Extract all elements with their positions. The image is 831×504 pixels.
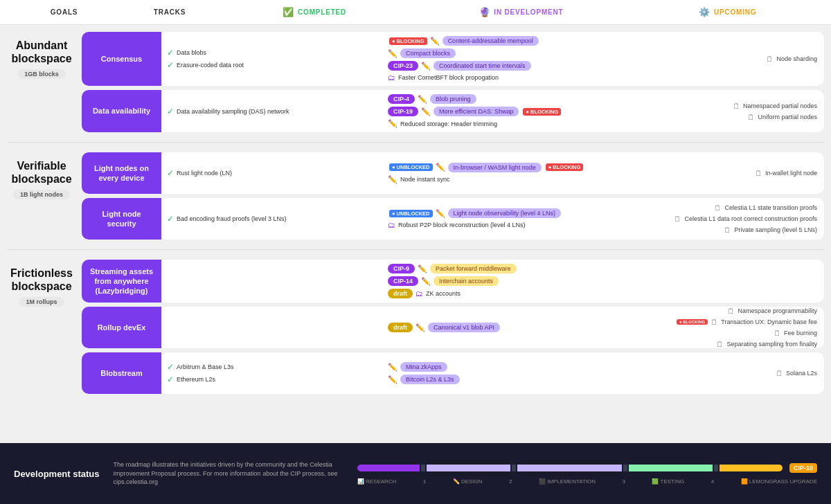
upcoming-item: 🗒 Fee burning <box>774 329 817 337</box>
blocking-badge: ● BLOCKING <box>677 319 708 325</box>
cip-pill: CIP-23 <box>388 61 418 71</box>
bs-upcoming: 🗒 Solana L2s <box>603 352 824 394</box>
track-da-label: Data availability <box>82 90 161 132</box>
rd-completed <box>161 307 382 348</box>
item-row: CIP-4 ✏️ Blob pruning <box>388 94 598 104</box>
file-icon: 🗒 <box>674 215 681 223</box>
item-row: ✓ Rust light node (LN) <box>167 168 377 178</box>
goal-abundant: Abundantblockspace 1GB blocks Consensus … <box>7 32 824 132</box>
pencil-icon: ✏️ <box>416 323 425 332</box>
bs-indev: ✏️ Mina zkApps ✏️ Bitcoin L2s & L3s <box>382 352 603 394</box>
check-icon: ✓ <box>167 214 174 224</box>
track-rd-label: Rollup devEx <box>82 307 161 348</box>
ln-completed: ✓ Rust light node (LN) <box>161 152 382 194</box>
file-icon: 🗒 <box>724 226 731 234</box>
lb-upcoming <box>603 260 824 303</box>
pencil-icon: ✏️ <box>436 163 445 172</box>
check-icon: ✓ <box>167 107 174 116</box>
prog-design <box>427 465 510 471</box>
consensus-indev: ● BLOCKING ✏️ Content-addressable mempoo… <box>382 32 603 86</box>
item-row: ✏️ Mina zkApps <box>388 362 598 372</box>
pencil-icon: ✏️ <box>388 375 397 384</box>
cip-pill: CIP-4 <box>388 94 415 104</box>
cip-pill: CIP-9 <box>388 264 415 273</box>
goal-verifiable-title: Verifiableblockspace <box>11 159 71 186</box>
main-content: Abundantblockspace 1GB blocks Consensus … <box>0 25 831 443</box>
header-completed: ✅ COMPLETED <box>211 7 418 17</box>
da-upcoming: 🗒 Namespaced partial nodes 🗒 Uniform par… <box>603 90 824 132</box>
check-icon: ✓ <box>167 48 174 57</box>
header-tracks: TRACKS <box>128 7 211 17</box>
stage-label-impl: ⬛ IMPLEMENTATION <box>539 478 596 485</box>
abundant-tracks: Consensus ✓ Data blobs ✓ Erasure-coded d… <box>82 32 824 132</box>
prog-impl <box>517 465 622 471</box>
track-ln-security: Light node security ✓ Bad encoding fraud… <box>82 198 824 240</box>
stage-label-design: ✏️ DESIGN <box>453 478 483 485</box>
rd-indev: draft ✏️ Canonical v1 blob API <box>382 307 603 348</box>
pencil-icon: ✏️ <box>421 277 431 286</box>
blocking-badge: ● BLOCKING <box>389 37 427 45</box>
check-icon: ✓ <box>167 168 174 178</box>
item-row: CIP-19 ✏️ More efficient DAS: Shwap ● BL… <box>388 107 598 116</box>
item-row: 🗂 Faster CometBFT block propogation <box>388 73 598 82</box>
pencil-icon: ✏️ <box>418 95 427 104</box>
in-dev-icon: 🔮 <box>479 7 491 17</box>
item-row: ✏️ Compact blocks <box>388 48 598 58</box>
upcoming-item: 🗒 Celestia L1 state transition proofs <box>714 204 817 212</box>
pencil-icon: ✏️ <box>388 175 397 184</box>
consensus-upcoming: 🗒 Node sharding <box>603 32 824 86</box>
file-icon: 🗒 <box>755 169 762 177</box>
separator <box>7 249 824 250</box>
header-upcoming: ⚙️ UPCOMING <box>625 7 831 17</box>
upcoming-item: 🗒 Node sharding <box>766 55 817 63</box>
goal-frictionless: Frictionlessblockspace 1M rollups Stream… <box>7 260 824 394</box>
stage-num-4: 4 <box>711 478 714 485</box>
progress-track <box>357 465 783 471</box>
item-row: 🗂 Robust P2P block reconstruction (level… <box>388 221 598 229</box>
stage-label-lemongrass: 🟧 LEMONGRASS UPGRADE <box>741 478 817 485</box>
item-row: CIP-14 ✏️ Interchain accounts <box>388 276 598 286</box>
item-row: draft ✏️ Canonical v1 blob API <box>388 323 598 332</box>
goal-verifiable: Verifiableblockspace 1B light nodes Ligh… <box>7 152 824 240</box>
da-completed: ✓ Data availability sampling (DAS) netwo… <box>161 90 382 132</box>
blocking-badge: ● BLOCKING <box>523 108 561 116</box>
draft-pill: draft <box>388 323 413 332</box>
upcoming-item: 🗒 Uniform partial nodes <box>747 113 817 121</box>
rd-upcoming: 🗒 Namespace programmability ● BLOCKING 🗒… <box>603 307 824 348</box>
file-icon: 🗒 <box>733 102 740 110</box>
track-blobstream: Blobstream ✓ Arbitrum & Base L3s ✓ Ether… <box>82 352 824 394</box>
check-icon: ✓ <box>167 362 174 372</box>
ln-indev: ● UNBLOCKED ✏️ In-browser / WASM light n… <box>382 152 603 194</box>
cip-pill: CIP-14 <box>388 276 418 286</box>
pencil-icon: ✏️ <box>421 107 431 116</box>
item-row: ✓ Bad encoding fraud proofs (level 3 LNs… <box>167 214 377 224</box>
pencil-icon: ✏️ <box>436 209 445 218</box>
stage-num-1: 1 <box>423 478 426 485</box>
track-lazybridging: Streaming assets from anywhere (Lazybrid… <box>82 260 824 303</box>
check-icon: ✓ <box>167 375 174 384</box>
status-description: The roadmap illustrates the initiatives … <box>114 460 343 487</box>
blocking-badge: ● BLOCKING <box>546 163 584 171</box>
lb-completed <box>161 260 382 303</box>
file-icon: 🗒 <box>766 55 774 63</box>
pencil-icon: ✏️ <box>418 264 427 273</box>
unblocked-badge: ● UNBLOCKED <box>389 210 433 217</box>
item-row: ✓ Data blobs <box>167 48 377 57</box>
goal-frictionless-label: Frictionlessblockspace 1M rollups <box>7 260 76 307</box>
item-row: ✓ Erasure-coded data root <box>167 60 377 70</box>
file-icon: 🗒 <box>776 369 783 377</box>
goal-abundant-label: Abundantblockspace 1GB blocks <box>7 32 76 79</box>
da-indev: CIP-4 ✏️ Blob pruning CIP-19 ✏️ More eff… <box>382 90 603 132</box>
lns-completed: ✓ Bad encoding fraud proofs (level 3 LNs… <box>161 198 382 240</box>
track-rollup-devex: Rollup devEx draft ✏️ Canonical v1 blob … <box>82 307 824 348</box>
stage-label-research: 📊 RESEARCH <box>357 478 397 485</box>
item-row: CIP-23 ✏️ Coordinated start time interva… <box>388 61 598 71</box>
track-lb-label: Streaming assets from anywhere (Lazybrid… <box>82 260 161 303</box>
item-row: ✏️ Reduced storage: Header trimming <box>388 119 598 128</box>
status-title: Development status <box>14 469 100 479</box>
header-goals: GOALS <box>0 7 128 17</box>
header-in-dev: 🔮 IN DEVELOPMENT <box>418 7 624 17</box>
goal-abundant-title: Abundantblockspace <box>11 39 71 65</box>
progress-row: CIP-10 <box>357 463 817 473</box>
item-row: draft 🗂 ZK accounts <box>388 289 598 298</box>
